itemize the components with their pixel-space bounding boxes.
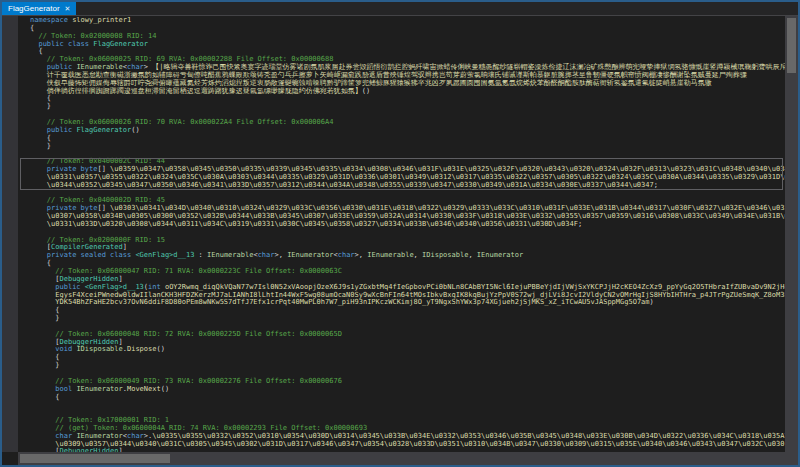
horizontal-scrollbar-thumb[interactable] bbox=[20, 454, 170, 463]
code-line: // Token: 0x06000047 RID: 71 RVA: 0x0000… bbox=[30, 268, 785, 276]
code-line: namespace slowy_printer1 bbox=[30, 17, 785, 25]
code-line: 倘佯徜彷徨徘徊踟蹰踯躅逡巡盘桓滞留淹留栖迟逗遛踌躇犹豫迟疑氤氲缥缈朦胧隐约仿佛宛… bbox=[30, 88, 785, 96]
code-line: } bbox=[30, 143, 785, 151]
code-line: { bbox=[30, 394, 785, 402]
scrollbar-corner bbox=[785, 452, 798, 465]
tab-close-icon[interactable]: ✕ bbox=[65, 2, 71, 15]
tab-label: FlagGenerator bbox=[8, 2, 60, 15]
code-line: \u0309\u0357\u0344\u0340\u031C\u0305\u03… bbox=[30, 441, 785, 449]
code-line: { bbox=[30, 354, 785, 362]
code-line: // Token: 0x06000048 RID: 72 RVA: 0x0000… bbox=[30, 331, 785, 339]
breakpoint-gutter[interactable] bbox=[2, 16, 18, 452]
code-line bbox=[30, 401, 785, 409]
code-line: \u0344\u0352\u0345\u0347\u0350\u0346\u03… bbox=[30, 182, 785, 190]
code-line: // Token: 0x0200000F RID: 15 bbox=[30, 237, 785, 245]
dnspy-window: FlagGenerator ✕ namespace slowy_printer1… bbox=[0, 0, 800, 467]
tab-bar: FlagGenerator ✕ bbox=[2, 2, 798, 16]
code-line: { bbox=[30, 135, 785, 143]
vertical-scrollbar[interactable] bbox=[785, 16, 798, 452]
horizontal-scrollbar[interactable] bbox=[18, 452, 785, 465]
code-line: private sealed class <GenFlag>d__13 : IE… bbox=[30, 252, 785, 260]
code-line: } bbox=[30, 103, 785, 111]
tab-flaggenerator[interactable]: FlagGenerator ✕ bbox=[2, 2, 76, 15]
code-line: } bbox=[30, 362, 785, 370]
code-line: public FlagGenerator() bbox=[30, 127, 785, 135]
code-line: } bbox=[30, 315, 785, 323]
code-line: { bbox=[30, 95, 785, 103]
code-line: // Token: 0x06000026 RID: 70 RVA: 0x0000… bbox=[30, 119, 785, 127]
code-line: { bbox=[30, 307, 785, 315]
code-line: bool IEnumerator.MoveNext() bbox=[30, 386, 785, 394]
code-line: YDK54BhZFaHE2bcv37OvN6ddiF8D80oPEm8wNKw5… bbox=[30, 299, 785, 307]
code-line: void IDisposable.Dispose() bbox=[30, 346, 785, 354]
code-lines[interactable]: namespace slowy_printer1{ // Token: 0x02… bbox=[18, 17, 785, 452]
code-line: \u0331\u033D\u0320\u0308\u0344\u0311\u03… bbox=[30, 221, 785, 229]
code-line: public class FlagGenerator bbox=[30, 41, 785, 49]
code-editor[interactable]: namespace slowy_printer1{ // Token: 0x02… bbox=[2, 16, 798, 465]
vertical-scrollbar-thumb[interactable] bbox=[787, 18, 796, 73]
